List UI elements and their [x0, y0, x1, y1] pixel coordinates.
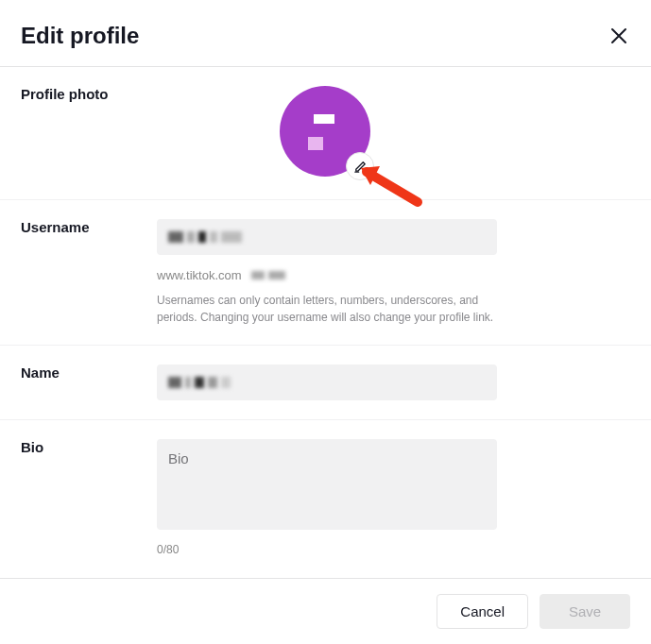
name-input[interactable] [157, 364, 497, 400]
edit-photo-button[interactable] [346, 152, 374, 180]
close-button[interactable] [608, 25, 630, 47]
url-prefix: www.tiktok.com [157, 268, 242, 282]
bio-label: Bio [21, 439, 157, 556]
redacted-value [168, 229, 242, 246]
save-button[interactable]: Save [540, 594, 630, 629]
avatar-container [280, 86, 370, 177]
bio-counter: 0/80 [157, 543, 497, 556]
close-icon [610, 27, 627, 44]
username-url: www.tiktok.com [157, 268, 497, 282]
footer: Cancel Save [0, 578, 651, 644]
name-label: Name [21, 364, 157, 400]
cancel-button[interactable]: Cancel [437, 594, 528, 629]
username-input[interactable] [157, 219, 497, 255]
redacted-url-suffix [251, 271, 285, 280]
redacted-value [168, 374, 231, 391]
username-label: Username [21, 219, 157, 326]
profile-photo-label: Profile photo [21, 86, 157, 177]
bio-textarea[interactable] [157, 439, 497, 530]
avatar-glyph [306, 112, 344, 150]
page-title: Edit profile [21, 23, 139, 49]
pencil-icon [353, 160, 368, 174]
username-helper-text: Usernames can only contain letters, numb… [157, 292, 497, 326]
